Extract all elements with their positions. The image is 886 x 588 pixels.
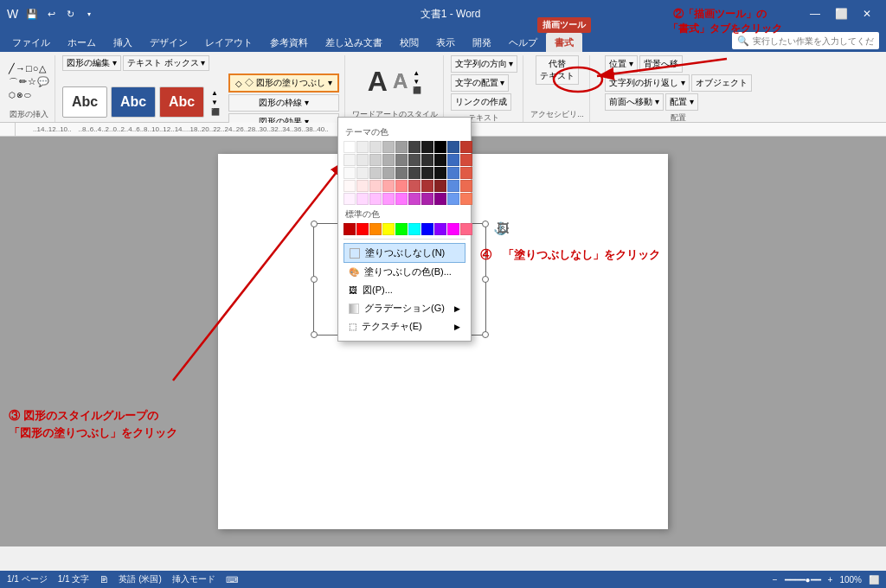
color-cell[interactable] <box>447 180 459 192</box>
abc-btn-3[interactable]: Abc <box>159 86 204 118</box>
style-expand[interactable]: ⬛ <box>211 108 220 116</box>
color-cell[interactable] <box>395 167 408 179</box>
color-cell[interactable] <box>460 141 472 153</box>
search-input[interactable] <box>753 36 874 46</box>
abc-btn-2[interactable]: Abc <box>111 86 156 118</box>
tab-insert[interactable]: 挿入 <box>105 33 141 52</box>
maximize-btn[interactable]: ⬜ <box>829 4 853 23</box>
view-page-btn[interactable]: ⬜ <box>869 575 879 585</box>
zoom-out-btn[interactable]: − <box>773 575 778 585</box>
shape-rect-icon[interactable]: □ <box>26 63 32 74</box>
handle-tr[interactable] <box>482 220 489 227</box>
color-cell[interactable] <box>408 141 421 153</box>
color-cell[interactable] <box>460 180 472 192</box>
link-create-btn[interactable]: リンクの作成 <box>451 93 511 111</box>
color-cell[interactable] <box>408 180 421 192</box>
shape-star-icon[interactable]: ☆ <box>28 76 36 89</box>
color-cell[interactable] <box>447 167 459 179</box>
shape-fill-btn[interactable]: ◇ ◇ 図形の塗りつぶし ▾ <box>228 74 339 93</box>
standard-color-cell[interactable] <box>395 223 408 235</box>
color-cell[interactable] <box>434 141 446 153</box>
dropdown-item-picture[interactable]: 🖼図(P)... <box>343 281 465 299</box>
tab-format[interactable]: 描画ツール 書式 <box>546 33 582 52</box>
standard-color-cell[interactable] <box>447 223 459 235</box>
color-cell[interactable] <box>460 154 472 166</box>
wordart-expand-icon[interactable]: ⬛ <box>413 86 421 94</box>
handle-tl[interactable] <box>311 220 318 227</box>
standard-color-cell[interactable] <box>343 223 356 235</box>
zoom-in-btn[interactable]: + <box>828 575 833 585</box>
tab-help[interactable]: ヘルプ <box>500 33 546 52</box>
text-direction-btn[interactable]: 文字列の方向 ▾ <box>451 55 518 73</box>
shape-pen-icon[interactable]: ✏ <box>19 76 27 89</box>
color-cell[interactable] <box>356 141 369 153</box>
wordart-a-large[interactable]: A <box>368 67 388 95</box>
dropdown-item-no-fill[interactable]: 塗りつぶしなし(N) <box>343 243 465 263</box>
color-cell[interactable] <box>369 167 382 179</box>
standard-color-cell[interactable] <box>421 223 433 235</box>
close-btn[interactable]: ✕ <box>855 4 879 23</box>
style-scroll-down[interactable]: ▼ <box>211 99 220 106</box>
position-btn[interactable]: 位置 ▾ <box>605 55 638 73</box>
color-cell[interactable] <box>382 167 395 179</box>
color-cell[interactable] <box>356 167 369 179</box>
shape-callout-icon[interactable]: 💬 <box>37 76 49 89</box>
tab-mailings[interactable]: 差し込み文書 <box>317 33 391 52</box>
color-cell[interactable] <box>356 180 369 192</box>
abc-btn-1[interactable]: Abc <box>62 86 107 118</box>
handle-mr[interactable] <box>482 276 489 283</box>
color-cell[interactable] <box>382 180 395 192</box>
standard-color-cell[interactable] <box>369 223 382 235</box>
align-btn[interactable]: 配置 ▾ <box>665 93 698 111</box>
handle-br[interactable] <box>482 331 489 338</box>
dropdown-item-texture[interactable]: ⬚テクスチャ(E)▶ <box>343 317 465 336</box>
color-cell[interactable] <box>343 193 356 205</box>
tab-layout[interactable]: レイアウト <box>196 33 261 52</box>
shape-ellipse-icon[interactable]: ○ <box>33 63 39 74</box>
standard-color-cell[interactable] <box>382 223 395 235</box>
color-cell[interactable] <box>369 180 382 192</box>
shape-extra2-icon[interactable]: ⊗ <box>16 91 23 100</box>
color-cell[interactable] <box>421 193 433 205</box>
color-cell[interactable] <box>395 180 408 192</box>
color-cell[interactable] <box>408 154 421 166</box>
color-cell[interactable] <box>421 141 433 153</box>
color-cell[interactable] <box>434 193 446 205</box>
color-cell[interactable] <box>382 141 395 153</box>
zoom-slider[interactable]: ━━━━●━━ <box>785 575 821 585</box>
color-cell[interactable] <box>382 154 395 166</box>
dropdown-item-gradient[interactable]: グラデーション(G)▶ <box>343 299 465 317</box>
wrap-text-btn[interactable]: 文字列の折り返し ▾ <box>605 74 690 92</box>
redo-quick-btn[interactable]: ↻ <box>61 5 79 22</box>
standard-color-cell[interactable] <box>356 223 369 235</box>
minimize-btn[interactable]: — <box>803 4 827 23</box>
color-cell[interactable] <box>369 193 382 205</box>
tab-home[interactable]: ホーム <box>59 33 105 52</box>
shape-extra1-icon[interactable]: ⬡ <box>9 91 16 100</box>
edit-shape-btn[interactable]: 図形の編集 ▾ <box>62 55 121 71</box>
bring-forward-btn[interactable]: 前面へ移動 ▾ <box>605 93 664 111</box>
color-cell[interactable] <box>434 154 446 166</box>
color-cell[interactable] <box>408 167 421 179</box>
shape-curve-icon[interactable]: ⌒ <box>9 76 18 89</box>
standard-color-cell[interactable] <box>434 223 446 235</box>
color-cell[interactable] <box>434 167 446 179</box>
color-cell[interactable] <box>460 167 472 179</box>
standard-color-cell[interactable] <box>408 223 421 235</box>
background-btn[interactable]: 背景へ移 <box>639 55 683 73</box>
tab-design[interactable]: デザイン <box>141 33 196 52</box>
shape-extra3-icon[interactable]: ⬭ <box>24 91 31 100</box>
color-cell[interactable] <box>395 154 408 166</box>
color-cell[interactable] <box>343 167 356 179</box>
color-cell[interactable] <box>434 180 446 192</box>
color-cell[interactable] <box>369 154 382 166</box>
style-scroll-up[interactable]: ▲ <box>211 89 220 97</box>
color-cell[interactable] <box>408 193 421 205</box>
color-cell[interactable] <box>343 141 356 153</box>
text-align-btn[interactable]: 文字の配置 ▾ <box>451 74 510 92</box>
object-pane-btn[interactable]: オブジェクト <box>691 74 752 92</box>
color-cell[interactable] <box>447 154 459 166</box>
color-cell[interactable] <box>382 193 395 205</box>
wordart-up-icon[interactable]: ▲ <box>413 69 421 77</box>
color-cell[interactable] <box>356 193 369 205</box>
